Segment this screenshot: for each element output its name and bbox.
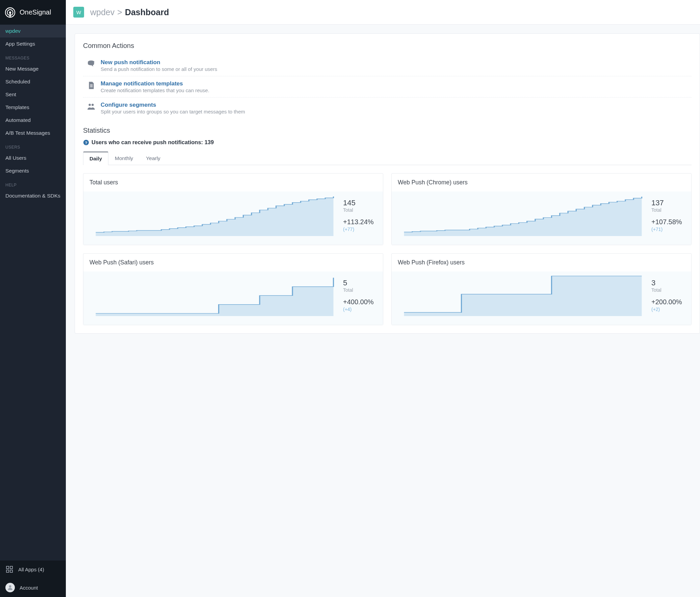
sidebar: OneSignal wpdev App Settings MESSAGESNew… [0,0,66,597]
chart-percent: +113.24% [343,218,377,226]
action-icon [84,80,98,90]
receive-line: ? Users who can receive push notificatio… [83,139,692,146]
svg-rect-6 [6,570,9,572]
logo-bar[interactable]: OneSignal [0,0,66,25]
svg-rect-5 [10,566,12,569]
sidebar-item[interactable]: Scheduled [0,75,66,88]
svg-rect-7 [10,570,12,572]
chart-area [90,272,340,319]
sidebar-heading: HELP [0,177,66,190]
sidebar-item[interactable]: Documentation & SDKs [0,190,66,202]
account-label: Account [20,585,38,591]
chart-area [398,272,648,319]
action-title: New push notification [101,59,217,66]
sidebar-item[interactable]: A/B Test Messages [0,127,66,140]
chart-title: Total users [83,174,383,192]
topbar: W wpdev > Dashboard [66,0,700,25]
sidebar-item[interactable]: Segments [0,165,66,177]
svg-point-9 [89,104,91,106]
all-apps-button[interactable]: All Apps (4) [0,561,66,578]
chevron-right-icon: > [117,7,122,17]
chart-title: Web Push (Safari) users [83,254,383,272]
svg-point-8 [9,585,11,588]
chart-value-label: Total [651,207,685,213]
chart-delta: (+71) [651,227,685,232]
chart-value-label: Total [343,207,377,213]
chart-percent: +200.00% [651,298,685,306]
brand-text: OneSignal [20,8,51,16]
chart-card: Web Push (Chrome) users137Total+107.58%(… [391,173,692,245]
chart-value: 145 [343,199,377,207]
action-title: Manage notification templates [101,80,209,87]
action-title: Configure segments [101,102,245,108]
grid-icon [5,565,14,573]
chart-percent: +107.58% [651,218,685,226]
chart-area [90,192,340,239]
chart-title: Web Push (Chrome) users [392,174,691,192]
tab-yearly[interactable]: Yearly [140,152,167,165]
chart-delta: (+2) [651,306,685,312]
chart-value: 137 [651,199,685,207]
chart-value: 5 [343,279,377,288]
chart-card: Web Push (Safari) users5Total+400.00%(+4… [83,253,383,325]
chart-title: Web Push (Firefox) users [392,254,691,272]
sidebar-item[interactable]: New Message [0,63,66,75]
sidebar-item-app-settings[interactable]: App Settings [0,38,66,50]
svg-point-10 [92,104,94,106]
svg-rect-3 [9,12,10,17]
all-apps-label: All Apps (4) [18,567,44,572]
action-row[interactable]: New push notificationSend a push notific… [83,55,692,76]
chart-value: 3 [651,279,685,288]
chart-card: Total users145Total+113.24%(+77) [83,173,383,245]
tab-daily[interactable]: Daily [83,152,108,165]
action-icon [84,102,98,111]
sidebar-item[interactable]: Templates [0,101,66,114]
sidebar-item[interactable]: Automated [0,114,66,127]
svg-text:?: ? [85,140,87,145]
breadcrumb-app[interactable]: wpdev [90,7,115,17]
chart-card: Web Push (Firefox) users3Total+200.00%(+… [391,253,692,325]
help-icon[interactable]: ? [83,140,89,146]
svg-rect-4 [6,566,9,569]
chart-delta: (+4) [343,306,377,312]
account-button[interactable]: Account [0,578,66,597]
common-actions-title: Common Actions [83,42,692,50]
action-desc: Send a push notification to some or all … [101,66,217,72]
breadcrumb: wpdev > Dashboard [90,7,169,17]
statistics-title: Statistics [83,127,692,134]
chart-percent: +400.00% [343,298,377,306]
sidebar-heading: MESSAGES [0,50,66,63]
action-desc: Split your users into groups so you can … [101,109,245,115]
onesignal-logo-icon [5,7,16,18]
chart-area [398,192,648,239]
action-desc: Create notification templates that you c… [101,88,209,93]
tab-monthly[interactable]: Monthly [108,152,140,165]
app-badge[interactable]: W [73,7,84,18]
action-row[interactable]: Configure segmentsSplit your users into … [83,98,692,119]
action-icon [84,59,98,69]
stats-tabs: DailyMonthlyYearly [83,152,692,165]
chart-value-label: Total [343,288,377,293]
sidebar-item[interactable]: All Users [0,152,66,165]
avatar-icon [5,583,15,592]
sidebar-item-active-app[interactable]: wpdev [0,25,66,38]
chart-value-label: Total [651,288,685,293]
sidebar-item[interactable]: Sent [0,88,66,101]
action-row[interactable]: Manage notification templatesCreate noti… [83,76,692,98]
sidebar-heading: USERS [0,140,66,152]
breadcrumb-page: Dashboard [125,7,169,17]
chart-delta: (+77) [343,227,377,232]
